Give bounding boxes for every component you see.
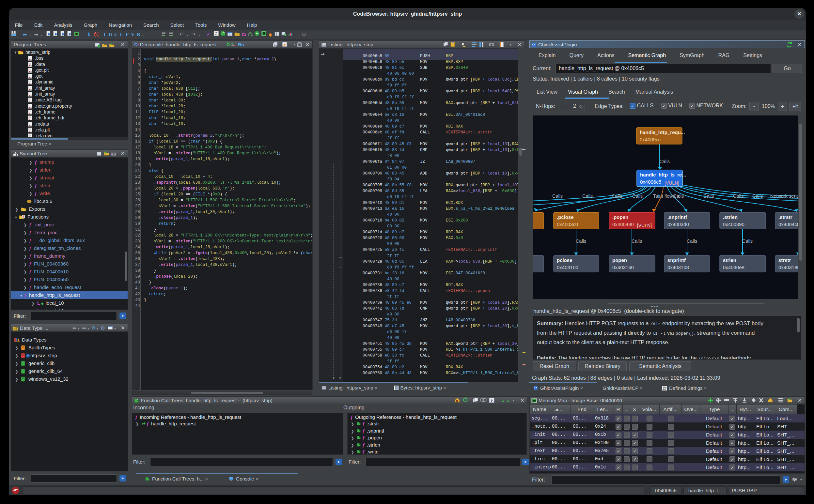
svg-text:Calls: Calls	[733, 193, 744, 199]
svg-text:0x403180: 0x403180	[778, 265, 798, 270]
svg-text:DAT: DAT	[663, 388, 667, 390]
svg-text:Calls: Calls	[659, 159, 670, 164]
svg-text:snprintf: snprintf	[668, 257, 686, 263]
svg-text:Calls: Calls	[552, 193, 563, 199]
svg-text:0x4003d0: 0x4003d0	[668, 221, 689, 227]
svg-text:0x4009cc: 0x4009cc	[640, 137, 661, 142]
svg-text:.strlen: .strlen	[723, 214, 738, 220]
svg-text:Calls: Calls	[612, 193, 622, 199]
svg-text:0x400480: 0x400480	[612, 221, 634, 227]
svg-text:[VULN]: [VULN]	[665, 180, 679, 186]
svg-text:0x4030e8: 0x4030e8	[723, 265, 745, 270]
svg-text:0x4004c0: 0x4004c0	[778, 221, 798, 227]
svg-text:0x400390: 0x400390	[723, 221, 745, 227]
svg-text:0x4003c0: 0x4003c0	[557, 221, 578, 227]
svg-text:handle_http_requ...: handle_http_requ...	[640, 130, 685, 135]
svg-text:5: 5	[491, 398, 493, 402]
svg-text:[VULN]: [VULN]	[637, 223, 652, 228]
svg-text:Calls: Calls	[673, 193, 684, 199]
svg-text:handle_http_ls_re...: handle_http_ls_re...	[640, 172, 686, 177]
svg-text:011: 011	[394, 388, 397, 390]
svg-text:0x403100: 0x403100	[557, 265, 578, 270]
svg-text:Calls: Calls	[582, 193, 593, 199]
svg-text:Calls: Calls	[752, 193, 763, 199]
svg-text:Calls: Calls	[687, 238, 697, 244]
svg-text:Network send: Network send	[770, 193, 798, 199]
svg-text:Calls: Calls	[576, 238, 586, 244]
svg-text:strlen: strlen	[723, 257, 736, 263]
svg-text:Calls: Calls	[742, 238, 753, 244]
svg-text:DT: DT	[236, 34, 238, 36]
svg-text:Calls: Calls	[632, 238, 642, 244]
svg-text:strstr: strstr	[778, 257, 791, 263]
svg-text:0x403108: 0x403108	[668, 265, 689, 270]
svg-text:0x4006c5: 0x4006c5	[640, 179, 661, 185]
svg-text:DT: DT	[14, 328, 17, 331]
svg-text:popen: popen	[612, 257, 627, 263]
svg-text:▾: ▾	[510, 43, 512, 47]
svg-text:▾: ▾	[513, 399, 515, 402]
svg-text:.snprintf: .snprintf	[668, 214, 687, 220]
svg-text:Calls: Calls	[703, 193, 714, 199]
svg-text:01: 01	[215, 34, 217, 36]
svg-text:.pclose: .pclose	[557, 214, 574, 220]
svg-text:.strstr: .strstr	[778, 214, 792, 220]
svg-text:pclose: pclose	[557, 257, 573, 263]
svg-text:0x403160: 0x403160	[612, 265, 634, 270]
svg-text:.popen: .popen	[612, 214, 628, 220]
svg-text:Calls: Calls	[632, 193, 643, 199]
